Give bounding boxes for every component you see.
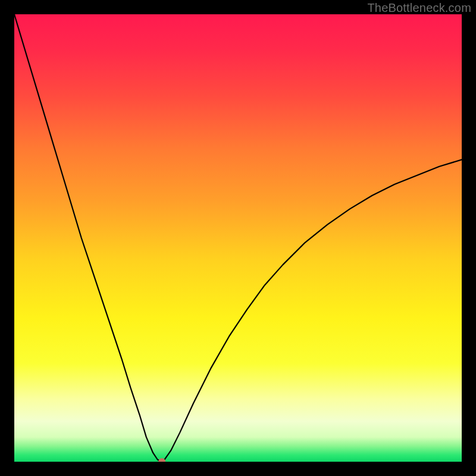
plot-area [14,14,462,462]
chart-svg [14,14,462,462]
watermark-text: TheBottleneck.com [367,1,471,15]
outer-frame: TheBottleneck.com [0,0,476,476]
